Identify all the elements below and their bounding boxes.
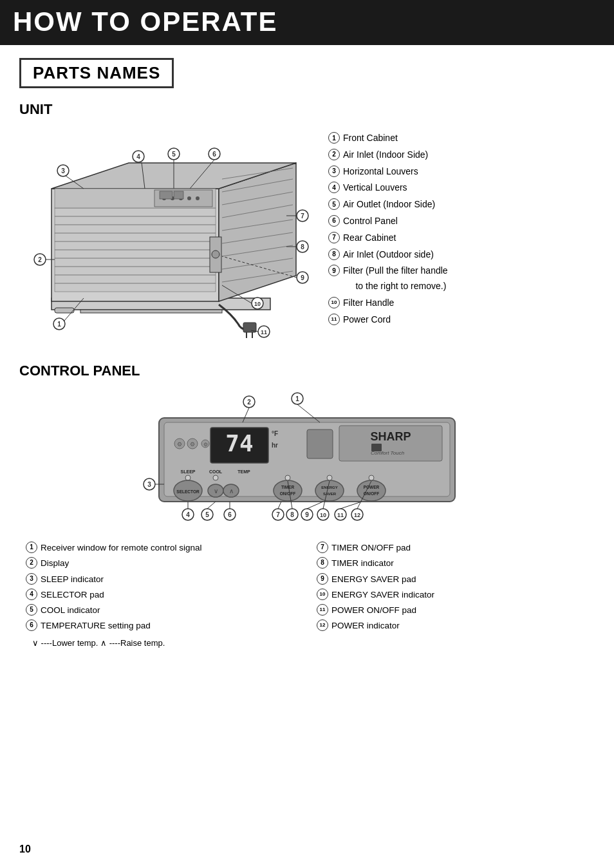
svg-text:SELECTOR: SELECTOR xyxy=(176,489,200,494)
svg-text:5: 5 xyxy=(172,151,176,158)
svg-point-106 xyxy=(357,480,386,501)
cp-num-7: 7 xyxy=(317,542,328,553)
svg-rect-82 xyxy=(307,429,333,458)
label-num-3: 3 xyxy=(328,165,340,177)
section-title: PARTS NAMES xyxy=(19,58,174,88)
svg-text:hr: hr xyxy=(272,442,278,449)
svg-text:Comfort Touch: Comfort Touch xyxy=(371,450,405,456)
cp-num-5: 5 xyxy=(26,604,37,616)
cp-label-4: 4 SELECTOR pad xyxy=(26,587,297,603)
svg-text:TEMP: TEMP xyxy=(237,469,250,474)
cp-num-10: 10 xyxy=(317,589,328,600)
cp-label-9: 9 ENERGY SAVER pad xyxy=(317,572,588,587)
label-num-9: 9 xyxy=(328,265,340,276)
cp-num-2: 2 xyxy=(26,557,37,569)
svg-line-138 xyxy=(307,502,323,509)
cp-label-10: 10 ENERGY SAVER indicator xyxy=(317,587,588,603)
cp-label-8: 8 TIMER indicator xyxy=(317,556,588,571)
label-num-6: 6 xyxy=(328,215,340,227)
svg-text:9: 9 xyxy=(305,511,309,518)
unit-label-4: 4 Vertical Louvers xyxy=(328,180,595,196)
svg-text:10: 10 xyxy=(320,512,326,518)
svg-text:⚙: ⚙ xyxy=(203,442,208,448)
svg-text:74: 74 xyxy=(225,430,253,457)
svg-line-126 xyxy=(207,502,216,509)
control-panel-title: CONTROL PANEL xyxy=(19,363,595,379)
cp-num-11: 11 xyxy=(317,604,328,616)
svg-text:11: 11 xyxy=(337,512,344,518)
cp-label-5: 5 COOL indicator xyxy=(26,603,297,618)
cp-num-8: 8 xyxy=(317,557,328,569)
unit-label-8: 8 Air Inlet (Outdoor side) xyxy=(328,247,595,263)
cp-label-12: 12 POWER indicator xyxy=(317,618,588,634)
svg-line-132 xyxy=(278,502,281,509)
label-num-5: 5 xyxy=(328,198,340,210)
svg-text:°F: °F xyxy=(272,430,278,437)
label-num-10: 10 xyxy=(328,297,340,308)
page-header: HOW TO OPERATE xyxy=(0,0,614,45)
label-num-2: 2 xyxy=(328,149,340,160)
page-number: 10 xyxy=(19,844,31,855)
unit-label-1: 1 Front Cabinet xyxy=(328,131,595,146)
svg-text:12: 12 xyxy=(354,512,360,518)
label-num-4: 4 xyxy=(328,182,340,193)
svg-point-93 xyxy=(213,475,218,480)
svg-text:6: 6 xyxy=(212,151,216,158)
unit-label-10: 10 Filter Handle xyxy=(328,296,595,311)
cp-diagram: 74 °F hr SHARP Comfort Touch xyxy=(140,386,474,527)
svg-text:2: 2 xyxy=(247,399,251,406)
cp-diagram-wrapper: 74 °F hr SHARP Comfort Touch xyxy=(19,386,595,527)
cp-num-12: 12 xyxy=(317,619,328,631)
svg-text:COOL: COOL xyxy=(209,469,223,474)
svg-point-100 xyxy=(274,480,302,501)
svg-point-111 xyxy=(369,475,374,480)
control-panel-svg: 74 °F hr SHARP Comfort Touch xyxy=(140,386,474,527)
svg-text:1: 1 xyxy=(295,395,299,402)
svg-text:4: 4 xyxy=(186,511,190,518)
cp-label-7: 7 TIMER ON/OFF pad xyxy=(317,540,588,556)
unit-label-5: 5 Air Outlet (Indoor Side) xyxy=(328,197,595,212)
svg-text:TIMER: TIMER xyxy=(281,485,295,489)
svg-text:8: 8 xyxy=(290,511,294,518)
svg-text:POWER: POWER xyxy=(364,485,380,489)
svg-text:ON/OFF: ON/OFF xyxy=(280,491,296,496)
unit-title: UNIT xyxy=(19,101,595,118)
label-num-1: 1 xyxy=(328,132,340,144)
svg-text:8: 8 xyxy=(301,243,304,250)
svg-text:5: 5 xyxy=(205,511,209,518)
svg-text:11: 11 xyxy=(261,329,267,335)
svg-text:9: 9 xyxy=(301,274,304,281)
unit-section: 1 2 3 4 5 6 xyxy=(19,124,595,343)
unit-label-6: 6 Control Panel xyxy=(328,214,595,229)
svg-text:7: 7 xyxy=(301,212,304,220)
cp-num-3: 3 xyxy=(26,573,37,585)
unit-label-3: 3 Horizontal Louvers xyxy=(328,164,595,180)
cp-num-1: 1 xyxy=(26,542,37,553)
svg-point-92 xyxy=(185,475,191,480)
cp-label-2: 2 Display xyxy=(26,556,297,571)
cp-labels: 1 Receiver window for remote control sig… xyxy=(19,540,595,650)
cp-label-6: 6 TEMPERATURE setting pad xyxy=(26,618,297,634)
svg-text:∧: ∧ xyxy=(229,487,234,495)
unit-label-2: 2 Air Inlet (Indoor Side) xyxy=(328,147,595,163)
svg-text:⚙: ⚙ xyxy=(177,441,182,448)
svg-text:10: 10 xyxy=(254,301,261,307)
label-num-7: 7 xyxy=(328,232,340,243)
unit-label-7: 7 Rear Cabinet xyxy=(328,231,595,246)
control-panel-section: CONTROL PANEL 74 °F hr SHA xyxy=(19,363,595,650)
svg-text:4: 4 xyxy=(136,153,140,160)
cp-label-11: 11 POWER ON/OFF pad xyxy=(317,603,588,618)
label-num-11: 11 xyxy=(328,314,340,325)
svg-rect-22 xyxy=(174,191,183,199)
unit-svg: 1 2 3 4 5 6 xyxy=(19,124,315,343)
cp-num-4: 4 xyxy=(26,589,37,600)
cp-label-1: 1 Receiver window for remote control sig… xyxy=(26,540,297,556)
svg-point-103 xyxy=(315,480,344,501)
svg-text:SHARP: SHARP xyxy=(370,430,411,443)
unit-label-9: 9 Filter (Pull the filter handle to the … xyxy=(328,263,595,294)
svg-text:⚙: ⚙ xyxy=(190,441,195,448)
unit-labels: 1 Front Cabinet 2 Air Inlet (Indoor Side… xyxy=(328,124,595,329)
cp-labels-left: 1 Receiver window for remote control sig… xyxy=(26,540,297,650)
svg-rect-21 xyxy=(160,191,172,199)
svg-point-19 xyxy=(187,196,191,200)
